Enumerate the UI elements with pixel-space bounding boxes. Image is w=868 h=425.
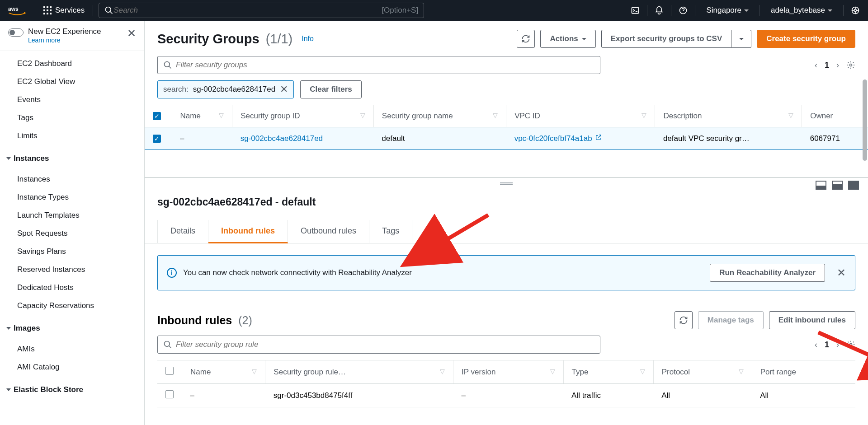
new-experience-toggle[interactable] bbox=[8, 28, 24, 37]
vpc-id-link[interactable]: vpc-0fc20fcefbf74a1ab bbox=[514, 134, 602, 143]
rules-pager-prev[interactable]: ‹ bbox=[815, 340, 817, 350]
rule-checkbox[interactable] bbox=[165, 390, 174, 398]
settings-icon[interactable] bbox=[846, 340, 855, 349]
search-icon bbox=[104, 6, 113, 15]
nav-capacity-reservations[interactable]: Capacity Reservations bbox=[0, 297, 144, 315]
row-checkbox[interactable]: ✓ bbox=[153, 135, 161, 143]
security-groups-table: ✓ Name▽ Security group ID▽ Security grou… bbox=[145, 105, 868, 150]
clear-filters-button[interactable]: Clear filters bbox=[300, 80, 362, 98]
select-all-checkbox[interactable]: ✓ bbox=[153, 112, 161, 120]
caret-down-icon bbox=[6, 157, 11, 160]
cloudshell-icon[interactable] bbox=[627, 2, 643, 19]
nav-header-instances[interactable]: Instances bbox=[0, 149, 144, 167]
nav-limits[interactable]: Limits bbox=[0, 127, 144, 145]
sort-icon[interactable]: ▽ bbox=[550, 368, 555, 375]
caret-down-icon bbox=[739, 38, 744, 40]
pane-resize-handle[interactable] bbox=[145, 178, 868, 188]
filter-input[interactable] bbox=[176, 61, 594, 70]
close-icon[interactable]: ✕ bbox=[127, 27, 136, 40]
close-icon[interactable]: ✕ bbox=[837, 266, 846, 279]
nav-ami-catalog[interactable]: AMI Catalog bbox=[0, 358, 144, 376]
actions-button[interactable]: Actions bbox=[540, 30, 595, 48]
nav-savings-plans[interactable]: Savings Plans bbox=[0, 243, 144, 261]
pager-prev[interactable]: ‹ bbox=[815, 61, 817, 70]
notifications-icon[interactable] bbox=[651, 2, 667, 19]
reachability-info-box: i You can now check network connectivity… bbox=[157, 255, 855, 290]
svg-line-12 bbox=[169, 66, 171, 69]
aws-logo[interactable]: aws bbox=[8, 5, 26, 16]
pane-size-full[interactable] bbox=[848, 181, 859, 190]
pane-size-small[interactable] bbox=[816, 181, 826, 190]
nav-instances[interactable]: Instances bbox=[0, 170, 144, 188]
sort-icon[interactable]: ▽ bbox=[642, 112, 646, 119]
nav-ec2-global-view[interactable]: EC2 Global View bbox=[0, 73, 144, 91]
tab-tags[interactable]: Tags bbox=[369, 220, 412, 243]
export-csv-button[interactable]: Export security groups to CSV bbox=[601, 30, 732, 48]
svg-line-2 bbox=[110, 12, 113, 14]
create-security-group-button[interactable]: Create security group bbox=[757, 30, 855, 48]
nav-dedicated-hosts[interactable]: Dedicated Hosts bbox=[0, 279, 144, 297]
info-link[interactable]: Info bbox=[302, 35, 314, 43]
caret-down-icon bbox=[582, 38, 586, 40]
grid-icon bbox=[43, 6, 52, 14]
rules-pager-next[interactable]: › bbox=[836, 340, 839, 350]
sort-icon[interactable]: ▽ bbox=[360, 112, 365, 119]
svg-line-15 bbox=[169, 346, 171, 348]
sort-icon[interactable]: ▽ bbox=[739, 368, 744, 375]
tab-details[interactable]: Details bbox=[157, 220, 208, 243]
sort-icon[interactable]: ▽ bbox=[788, 112, 793, 119]
chip-remove-icon[interactable]: ✕ bbox=[280, 84, 288, 95]
tab-outbound-rules[interactable]: Outbound rules bbox=[288, 220, 369, 243]
run-reachability-button[interactable]: Run Reachability Analyzer bbox=[710, 264, 825, 282]
tab-inbound-rules[interactable]: Inbound rules bbox=[208, 220, 288, 243]
caret-down-icon bbox=[744, 9, 749, 12]
learn-more-link[interactable]: Learn more bbox=[28, 37, 61, 44]
nav-reserved-instances[interactable]: Reserved Instances bbox=[0, 261, 144, 279]
sort-icon[interactable]: ▽ bbox=[493, 112, 498, 119]
manage-tags-button[interactable]: Manage tags bbox=[698, 311, 764, 329]
sort-icon[interactable]: ▽ bbox=[640, 368, 645, 375]
rules-filter-input[interactable] bbox=[176, 340, 594, 349]
sort-icon[interactable]: ▽ bbox=[219, 112, 224, 119]
nav-header-ebs[interactable]: Elastic Block Store bbox=[0, 380, 144, 398]
svg-point-1 bbox=[106, 7, 111, 13]
nav-launch-templates[interactable]: Launch Templates bbox=[0, 206, 144, 224]
global-search[interactable]: [Option+S] bbox=[99, 3, 424, 18]
help-icon[interactable] bbox=[675, 2, 691, 19]
svg-point-14 bbox=[165, 341, 170, 347]
refresh-button[interactable] bbox=[517, 30, 535, 48]
refresh-rules-button[interactable] bbox=[675, 311, 693, 329]
nav-ec2-dashboard[interactable]: EC2 Dashboard bbox=[0, 55, 144, 73]
svg-rect-3 bbox=[632, 7, 639, 13]
export-dropdown-button[interactable] bbox=[731, 30, 751, 48]
settings-icon[interactable] bbox=[846, 61, 855, 70]
rules-select-all[interactable] bbox=[165, 367, 174, 375]
filter-rules[interactable] bbox=[157, 336, 600, 354]
sort-icon[interactable]: ▽ bbox=[252, 368, 257, 375]
page-count: (1/1) bbox=[266, 32, 293, 47]
services-menu[interactable]: Services bbox=[37, 6, 91, 15]
nav-spot-requests[interactable]: Spot Requests bbox=[0, 224, 144, 243]
detail-title: sg-002cbc4ae628417ed - default bbox=[145, 188, 868, 211]
nav-amis[interactable]: AMIs bbox=[0, 340, 144, 358]
sort-icon[interactable]: ▽ bbox=[440, 368, 445, 375]
inbound-rules-title: Inbound rules bbox=[157, 314, 232, 327]
sg-id-link[interactable]: sg-002cbc4ae628417ed bbox=[241, 134, 323, 143]
pager-next[interactable]: › bbox=[836, 61, 839, 70]
rule-row[interactable]: – sgr-0d3c453bd8475f4ff – All traffic Al… bbox=[157, 384, 855, 407]
account-menu[interactable]: adela_bytebase bbox=[764, 6, 840, 15]
filter-security-groups[interactable] bbox=[157, 56, 600, 74]
search-input[interactable] bbox=[113, 6, 377, 15]
edit-inbound-rules-button[interactable]: Edit inbound rules bbox=[769, 311, 855, 329]
pane-size-medium[interactable] bbox=[832, 181, 843, 190]
nav-instance-types[interactable]: Instance Types bbox=[0, 188, 144, 206]
sidebar: New EC2 Experience Learn more ✕ EC2 Dash… bbox=[0, 21, 145, 425]
search-icon bbox=[163, 61, 172, 70]
support-icon[interactable] bbox=[847, 2, 863, 19]
svg-point-11 bbox=[165, 62, 170, 67]
table-row[interactable]: ✓ – sg-002cbc4ae628417ed default vpc-0fc… bbox=[145, 127, 868, 150]
nav-events[interactable]: Events bbox=[0, 91, 144, 109]
nav-tags[interactable]: Tags bbox=[0, 109, 144, 127]
region-selector[interactable]: Singapore bbox=[699, 6, 756, 15]
nav-header-images[interactable]: Images bbox=[0, 318, 144, 336]
